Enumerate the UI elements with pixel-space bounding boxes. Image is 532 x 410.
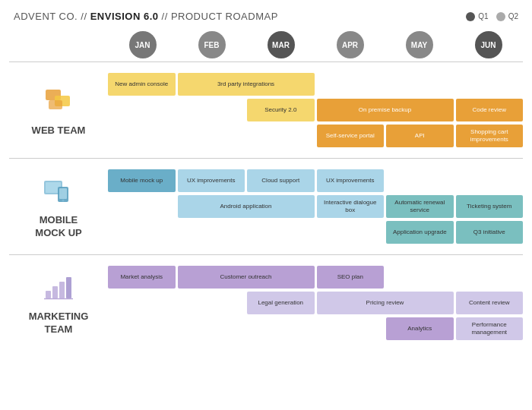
legend-q2: Q2 — [496, 12, 518, 21]
svg-rect-6 — [59, 188, 67, 199]
svg-rect-2 — [49, 100, 62, 109]
page-title: ADVENT CO. // ENVISION 6.0 // PRODUCT RO… — [14, 11, 278, 22]
task-bar: API — [386, 125, 454, 147]
svg-rect-9 — [52, 286, 58, 298]
task-bar: Self-service portal — [317, 125, 385, 147]
task-market-analysis: Market analysis — [108, 266, 176, 289]
web-row-1: New admin console 3rd party integrations — [108, 73, 523, 96]
task-performance: Performance management — [456, 317, 524, 340]
marketing-grid: Market analysis Customer outreach SEO pl… — [108, 260, 523, 346]
task-bar: Content review — [456, 292, 524, 314]
task-pricing: Pricing review — [317, 292, 454, 314]
may-label: MAY — [406, 31, 433, 58]
mobile-section: MOBILEMOCK UP Mobile mock up UX improvem… — [9, 158, 523, 254]
title-bold: ENVISION 6.0 — [90, 11, 159, 22]
month-mar: MAR — [246, 28, 315, 62]
month-jan: JAN — [108, 28, 177, 62]
marketing-icon — [41, 270, 76, 306]
web-team-grid: New admin console 3rd party integrations… — [108, 67, 523, 153]
task-bar: UX improvements — [178, 169, 245, 192]
task-bar: Ticketing system — [456, 195, 524, 218]
task-bar: Shopping cart improvements — [456, 125, 524, 147]
month-spacer — [9, 28, 108, 62]
task-api: API — [386, 125, 454, 147]
task-analytics: Analytics — [386, 317, 454, 340]
web-team-label: WEB TEAM — [9, 67, 108, 153]
task-q3: Q3 initiative — [456, 221, 524, 244]
month-row: JAN FEB MAR APR MAY JUN — [9, 28, 523, 62]
task-bar: Q3 initiative — [456, 221, 524, 244]
task-bar: Application upgrade — [386, 221, 454, 244]
legend-q1: Q1 — [466, 12, 488, 21]
task-on-premise: On premise backup — [317, 99, 454, 121]
task-bar: Market analysis — [108, 266, 176, 289]
month-jun: JUN — [454, 28, 523, 62]
task-security: Security 2.0 — [247, 99, 315, 121]
web-row-2: Security 2.0 On premise backup Code revi… — [108, 99, 523, 121]
title-prefix: ADVENT CO. // — [14, 11, 90, 22]
task-mobile-mockup: Mobile mock up — [108, 169, 176, 192]
task-bar: Code review — [456, 99, 524, 121]
task-interactive: Interactive dialogue box — [317, 195, 385, 218]
mobile-icon — [41, 173, 76, 210]
task-self-service: Self-service portal — [317, 125, 385, 147]
task-bar: SEO plan — [317, 266, 385, 289]
marketing-section: MARKETINGTEAM Market analysis Customer o… — [9, 254, 523, 351]
task-bar: New admin console — [108, 73, 176, 96]
task-bar: Security 2.0 — [247, 99, 315, 121]
mobile-row-1: Mobile mock up UX improvements Cloud sup… — [108, 169, 523, 192]
marketing-row-1: Market analysis Customer outreach SEO pl… — [108, 266, 523, 289]
svg-rect-11 — [66, 277, 71, 298]
q1-label: Q1 — [478, 12, 488, 20]
task-bar: Mobile mock up — [108, 169, 176, 192]
mobile-row-2: Android application Interactive dialogue… — [108, 195, 523, 218]
month-feb: FEB — [177, 28, 246, 62]
task-app-upgrade: Application upgrade — [386, 221, 454, 244]
apr-label: APR — [337, 31, 364, 58]
task-bar: Pricing review — [317, 292, 454, 314]
feb-label: FEB — [198, 31, 226, 58]
mobile-grid: Mobile mock up UX improvements Cloud sup… — [108, 163, 523, 250]
task-3rd-party: 3rd party integrations — [178, 73, 315, 96]
q2-dot — [496, 12, 505, 21]
task-renewal: Automatic renewal service — [386, 195, 454, 218]
task-bar: Interactive dialogue box — [317, 195, 385, 218]
mobile-name: MOBILEMOCK UP — [35, 214, 81, 240]
task-seo: SEO plan — [317, 266, 385, 289]
month-may: MAY — [385, 28, 454, 62]
jun-label: JUN — [475, 31, 502, 58]
task-bar: On premise backup — [317, 99, 454, 121]
task-bar: Customer outreach — [178, 266, 315, 289]
jan-label: JAN — [129, 31, 157, 58]
task-bar: Cloud support — [247, 169, 315, 192]
svg-rect-10 — [59, 282, 65, 298]
task-ux-1: UX improvements — [178, 169, 245, 192]
task-bar: Performance management — [456, 317, 524, 340]
mar-label: MAR — [268, 31, 295, 58]
mobile-row-3: Application upgrade Q3 initiative — [108, 221, 523, 244]
task-customer-outreach: Customer outreach — [178, 266, 315, 289]
task-ux-2: UX improvements — [317, 169, 385, 192]
web-team-icon — [41, 84, 76, 120]
task-android: Android application — [178, 195, 315, 218]
app-container: ADVENT CO. // ENVISION 6.0 // PRODUCT RO… — [0, 0, 532, 351]
mobile-label: MOBILEMOCK UP — [9, 163, 108, 250]
header: ADVENT CO. // ENVISION 6.0 // PRODUCT RO… — [0, 0, 532, 28]
roadmap: JAN FEB MAR APR MAY JUN — [0, 28, 532, 351]
title-suffix: // PRODUCT ROADMAP — [158, 11, 277, 22]
marketing-row-2: Legal generation Pricing review Content … — [108, 292, 523, 314]
marketing-name: MARKETINGTEAM — [29, 311, 89, 336]
svg-rect-8 — [46, 291, 51, 298]
legend: Q1 Q2 — [466, 12, 518, 21]
web-team-section: WEB TEAM New admin console 3rd party int… — [9, 62, 523, 158]
task-code-review: Code review — [456, 99, 524, 121]
month-apr: APR — [315, 28, 385, 62]
task-content-review: Content review — [456, 292, 524, 314]
task-cloud: Cloud support — [247, 169, 315, 192]
task-legal: Legal generation — [247, 292, 315, 314]
q2-label: Q2 — [508, 12, 518, 20]
task-ticketing: Ticketing system — [456, 195, 524, 218]
web-row-3: Self-service portal API Shopping cart im… — [108, 125, 523, 147]
marketing-row-3: Analytics Performance management — [108, 317, 523, 340]
task-bar: Legal generation — [247, 292, 315, 314]
